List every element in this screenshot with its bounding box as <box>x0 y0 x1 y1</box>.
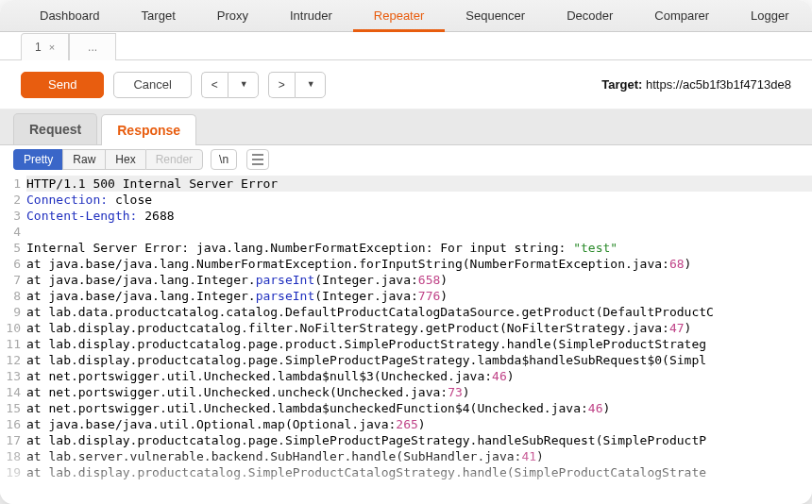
main-tab-sequencer[interactable]: Sequencer <box>445 0 546 32</box>
history-back-menu[interactable]: ▼ <box>228 72 259 98</box>
line-number: 2 <box>0 192 21 208</box>
code-line: at java.base/java.lang.NumberFormatExcep… <box>26 256 812 272</box>
tab-request[interactable]: Request <box>13 113 97 144</box>
ellipsis-label: ... <box>88 41 97 54</box>
code-line: at java.base/java.lang.Integer.parseInt(… <box>26 272 812 288</box>
send-button[interactable]: Send <box>21 72 104 98</box>
line-number: 9 <box>0 304 21 320</box>
target-url: https://ac5b1f3b1f4713de8 <box>646 77 791 92</box>
line-number: 12 <box>0 352 21 368</box>
code-line: at lab.display.productcatalog.SimpleProd… <box>26 464 812 480</box>
cancel-button[interactable]: Cancel <box>113 72 191 98</box>
hamburger-icon <box>252 154 263 156</box>
code-line: at java.base/java.util.Optional.map(Opti… <box>26 416 812 432</box>
line-number: 1 <box>0 176 21 192</box>
toolbar: Send Cancel < ▼ > ▼ Target: https://ac5b… <box>0 60 812 109</box>
close-icon[interactable]: × <box>49 42 55 53</box>
code-line: Internal Server Error: java.lang.NumberF… <box>26 240 812 256</box>
code-line: at lab.server.vulnerable.backend.SubHand… <box>26 448 812 464</box>
code-line: HTTP/1.1 500 Internal Server Error <box>26 176 812 192</box>
line-number: 3 <box>0 208 21 224</box>
code-line: Connection: close <box>26 192 812 208</box>
view-render[interactable]: Render <box>145 149 203 170</box>
target-label: Target: <box>601 77 646 92</box>
main-tab-comparer[interactable]: Comparer <box>634 0 730 32</box>
line-number: 16 <box>0 416 21 432</box>
repeater-tab-1[interactable]: 1 × <box>21 33 69 60</box>
toggle-newline[interactable]: \n <box>211 149 237 170</box>
code-line <box>26 224 812 240</box>
code-line: at lab.display.productcatalog.page.Simpl… <box>26 432 812 448</box>
code-line: Content-Length: 2688 <box>26 208 812 224</box>
message-tabs: Request Response <box>0 109 812 145</box>
line-number: 6 <box>0 256 21 272</box>
code-line: at java.base/java.lang.Integer.parseInt(… <box>26 288 812 304</box>
view-hex[interactable]: Hex <box>105 149 144 170</box>
line-number: 13 <box>0 368 21 384</box>
line-number: 17 <box>0 432 21 448</box>
code-line: at net.portswigger.util.Unchecked.unchec… <box>26 384 812 400</box>
line-number: 8 <box>0 288 21 304</box>
view-pretty[interactable]: Pretty <box>13 149 62 170</box>
code-line: at lab.data.productcatalog.catalog.Defau… <box>26 304 812 320</box>
main-tab-strip: DashboardTargetProxyIntruderRepeaterSequ… <box>0 0 812 32</box>
history-forward-button[interactable]: > <box>268 72 295 98</box>
line-number: 18 <box>0 448 21 464</box>
main-tab-intruder[interactable]: Intruder <box>269 0 353 32</box>
main-tab-logger[interactable]: Logger <box>730 0 809 32</box>
line-number: 19 <box>0 464 21 480</box>
chevron-down-icon: ▼ <box>240 79 248 89</box>
repeater-tab-1-label: 1 <box>35 41 42 54</box>
code-line: at net.portswigger.util.Unchecked.lambda… <box>26 400 812 416</box>
main-tab-target[interactable]: Target <box>121 0 196 32</box>
response-body[interactable]: HTTP/1.1 500 Internal Server ErrorConnec… <box>26 174 812 504</box>
history-back-group: < ▼ <box>201 72 259 98</box>
view-raw[interactable]: Raw <box>62 149 105 170</box>
code-line: at lab.display.productcatalog.page.produ… <box>26 336 812 352</box>
line-number: 7 <box>0 272 21 288</box>
line-number: 11 <box>0 336 21 352</box>
message-actions-menu[interactable] <box>246 149 269 170</box>
code-line: at lab.display.productcatalog.page.Simpl… <box>26 352 812 368</box>
repeater-tab-add[interactable]: ... <box>69 33 116 60</box>
line-number: 14 <box>0 384 21 400</box>
code-line: at net.portswigger.util.Unchecked.lambda… <box>26 368 812 384</box>
chevron-down-icon: ▼ <box>307 79 315 89</box>
response-editor[interactable]: 12345678910111213141516171819 HTTP/1.1 5… <box>0 174 812 504</box>
main-tab-repeater[interactable]: Repeater <box>353 0 445 32</box>
line-gutter: 12345678910111213141516171819 <box>0 174 26 504</box>
line-number: 15 <box>0 400 21 416</box>
tab-response[interactable]: Response <box>101 114 196 145</box>
view-mode-bar: Pretty Raw Hex Render \n <box>0 145 812 174</box>
history-back-button[interactable]: < <box>201 72 228 98</box>
main-tab-decoder[interactable]: Decoder <box>546 0 634 32</box>
history-forward-group: > ▼ <box>268 72 326 98</box>
history-forward-menu[interactable]: ▼ <box>295 72 326 98</box>
main-tab-dashboard[interactable]: Dashboard <box>19 0 121 32</box>
line-number: 5 <box>0 240 21 256</box>
main-tab-proxy[interactable]: Proxy <box>196 0 269 32</box>
app-window: DashboardTargetProxyIntruderRepeaterSequ… <box>0 0 812 504</box>
code-line: at lab.display.productcatalog.filter.NoF… <box>26 320 812 336</box>
line-number: 4 <box>0 224 21 240</box>
line-number: 10 <box>0 320 21 336</box>
target-display[interactable]: Target: https://ac5b1f3b1f4713de8 <box>601 77 791 92</box>
repeater-subtabs: 1 × ... <box>0 32 812 60</box>
